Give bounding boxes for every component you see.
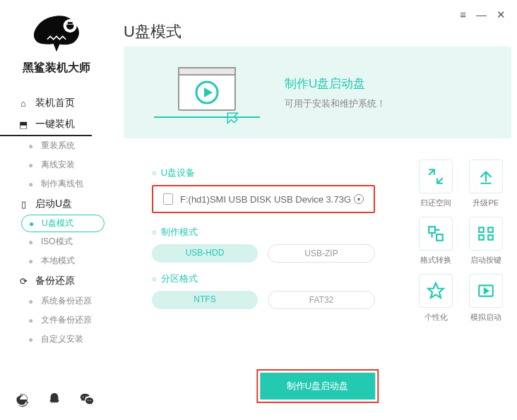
nav-make-offline[interactable]: ●制作离线包: [0, 174, 113, 193]
bullet-icon: ●: [29, 219, 36, 229]
nav-usb-mode[interactable]: ●U盘模式: [21, 215, 105, 232]
device-section-label: U盘设备: [152, 167, 403, 179]
bullet-icon: ●: [28, 296, 35, 306]
bullet-icon: ●: [28, 335, 35, 344]
nav-custom-install[interactable]: ●自定义安装: [0, 330, 113, 349]
nav-backup-label: 备份还原: [35, 275, 75, 287]
nav-onekey[interactable]: ⬒一键装机: [0, 114, 92, 136]
qq-icon[interactable]: [47, 392, 62, 407]
format-ntfs[interactable]: NTFS: [152, 291, 258, 309]
bullet-icon: ●: [28, 237, 35, 247]
main: U盘模式 制作U盘启动盘 可用于安装和维护系统！ U盘设备 F:(hd1)SMI…: [124, 21, 511, 420]
nav-home[interactable]: ⌂装机首页: [0, 92, 113, 114]
nav-local-mode[interactable]: ●本地模式: [0, 251, 113, 270]
nav-reinstall-label: 重装系统: [41, 140, 75, 152]
mode-options: USB-HDD USB-ZIP: [152, 244, 375, 263]
create-usb-button[interactable]: 制作U盘启动盘: [260, 373, 375, 400]
format-section-label: 分区格式: [152, 272, 403, 285]
nav-usb-mode-label: U盘模式: [42, 217, 73, 229]
svg-rect-12: [488, 227, 493, 232]
nav-file-backup-label: 文件备份还原: [41, 314, 92, 326]
home-icon: ⌂: [17, 98, 30, 109]
banner-text: 制作U盘启动盘 可用于安装和维护系统！: [285, 76, 386, 110]
restore-space-icon: [419, 160, 453, 193]
banner-subtitle: 可用于安装和维护系统！: [285, 97, 386, 110]
svg-rect-14: [488, 235, 493, 240]
nav-list: ⌂装机首页 ⬒一键装机 ●重装系统 ●离线安装 ●制作离线包 ▯启动U盘 ●U盘…: [0, 92, 113, 349]
svg-marker-17: [485, 289, 488, 294]
tool-label: 模拟启动: [468, 312, 504, 323]
mode-usb-zip[interactable]: USB-ZIP: [268, 244, 375, 263]
nav-home-label: 装机首页: [35, 97, 75, 109]
nav-onekey-label: 一键装机: [35, 118, 75, 131]
content-area: U盘设备 F:(hd1)SMI USB DISK USB Device 3.73…: [124, 160, 511, 323]
bullet-icon: ●: [28, 179, 35, 189]
mode-section-label: 制作模式: [152, 226, 403, 239]
convert-icon: [419, 217, 453, 251]
format-fat32[interactable]: FAT32: [268, 291, 375, 309]
install-icon: ⬒: [17, 119, 30, 130]
nav-offline[interactable]: ●离线安装: [0, 155, 113, 174]
tool-restore-space[interactable]: 归还空间: [417, 160, 454, 208]
tool-personalize[interactable]: 个性化: [417, 274, 454, 323]
banner-title: 制作U盘启动盘: [285, 76, 386, 92]
nav-reinstall[interactable]: ●重装系统: [0, 136, 113, 155]
tool-label: 个性化: [417, 312, 454, 323]
nav-backup[interactable]: ⟳备份还原: [0, 270, 113, 292]
mode-usb-hdd[interactable]: USB-HDD: [152, 244, 258, 263]
tool-label: 升级PE: [468, 198, 504, 208]
svg-rect-3: [68, 22, 73, 24]
play-screen-icon: [469, 274, 503, 308]
close-icon[interactable]: ✕: [497, 8, 506, 21]
minimize-icon[interactable]: —: [476, 8, 487, 21]
nav-custom-install-label: 自定义安装: [41, 333, 83, 345]
left-column: U盘设备 F:(hd1)SMI USB DISK USB Device 3.73…: [124, 160, 417, 323]
usb-device-icon: [163, 193, 173, 205]
ie-icon[interactable]: [14, 392, 30, 407]
tool-grid: 归还空间 升级PE 格式转换 启动按键 个性化 模拟启动: [417, 160, 511, 323]
banner: 制作U盘启动盘 可用于安装和维护系统！: [124, 47, 511, 138]
device-dropdown[interactable]: F:(hd1)SMI USB DISK USB Device 3.73G ▾: [152, 185, 375, 213]
nav-make-offline-label: 制作离线包: [41, 178, 83, 190]
nav-sys-backup[interactable]: ●系统备份还原: [0, 292, 113, 311]
create-button-highlight: 制作U盘启动盘: [256, 369, 379, 403]
page-title: U盘模式: [124, 21, 511, 42]
chevron-down-icon: ▾: [354, 194, 364, 204]
logo-area: 黑鲨装机大师: [0, 8, 113, 76]
menu-icon[interactable]: ≡: [460, 8, 466, 21]
tool-simulate-boot[interactable]: 模拟启动: [468, 274, 504, 323]
bullet-icon: ●: [28, 316, 35, 325]
format-options: NTFS FAT32: [152, 291, 375, 309]
bottom-icons: [14, 392, 95, 407]
brand-name: 黑鲨装机大师: [0, 61, 113, 76]
nav-boot-label: 启动U盘: [35, 198, 72, 210]
banner-illustration: [143, 61, 271, 124]
bullet-icon: ●: [28, 160, 35, 170]
backup-icon: ⟳: [17, 276, 30, 287]
svg-marker-15: [428, 283, 444, 298]
nav-iso-mode[interactable]: ●ISO模式: [0, 232, 113, 251]
shark-logo: [25, 8, 88, 58]
usb-icon: ▯: [17, 199, 30, 210]
tool-label: 启动按键: [468, 255, 504, 265]
nav-sys-backup-label: 系统备份还原: [41, 295, 92, 307]
star-icon: [419, 274, 453, 308]
tool-boot-key[interactable]: 启动按键: [468, 217, 504, 265]
svg-rect-13: [479, 235, 484, 240]
wechat-icon[interactable]: [79, 392, 95, 407]
tool-upgrade-pe[interactable]: 升级PE: [468, 160, 504, 208]
keyboard-icon: [469, 217, 503, 251]
nav-offline-label: 离线安装: [41, 159, 75, 171]
nav-boot[interactable]: ▯启动U盘: [0, 193, 113, 215]
tool-label: 格式转换: [417, 255, 454, 265]
nav-local-mode-label: 本地模式: [41, 255, 75, 267]
upgrade-icon: [469, 160, 503, 193]
device-value: F:(hd1)SMI USB DISK USB Device 3.73G: [180, 194, 351, 205]
svg-rect-9: [429, 227, 436, 233]
tool-format-convert[interactable]: 格式转换: [417, 217, 454, 265]
bullet-icon: ●: [28, 141, 35, 151]
svg-rect-10: [436, 234, 443, 241]
tool-label: 归还空间: [417, 198, 454, 208]
svg-rect-11: [479, 227, 484, 232]
nav-file-backup[interactable]: ●文件备份还原: [0, 311, 113, 330]
